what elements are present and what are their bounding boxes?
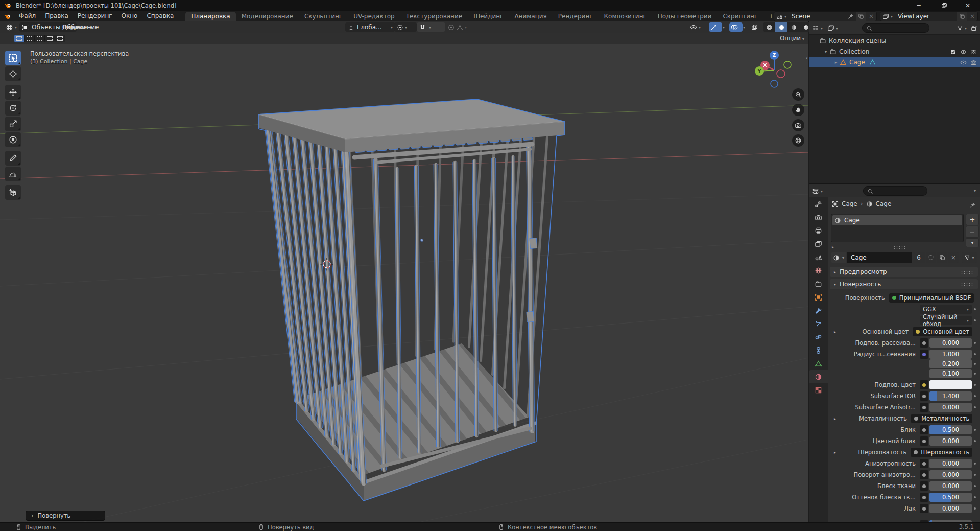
workspace-tab-Скриптинг[interactable]: Скриптинг [717,12,763,21]
remove-slot-button[interactable]: − [966,226,979,238]
value-slider[interactable]: 0.000 [929,459,972,468]
hide-render-toggle[interactable] [970,59,977,66]
expand-arrow[interactable]: ▸ [834,417,836,421]
properties-tab-modifiers[interactable] [809,304,828,317]
value-slider[interactable]: 0.000 [929,470,972,479]
animate-decorator[interactable] [972,353,978,355]
value-slider[interactable]: 0.100 [929,369,972,378]
panel-preview[interactable]: ▸Предпросмотр [830,267,978,277]
node-link-button[interactable]: Принципиальный BSDF [889,293,974,303]
animate-decorator[interactable] [972,496,978,498]
outliner-row-Коллекция сцены[interactable]: Коллекция сцены [809,35,980,46]
remove-viewlayer-button[interactable]: × [967,12,977,21]
restore-button[interactable] [934,0,954,11]
select-mode-1[interactable] [25,35,35,42]
node-link-button[interactable]: Шероховатость [911,448,972,457]
transform-orientation-selector[interactable]: Глоба... ▾ [345,22,395,32]
tool-measure[interactable] [5,167,21,181]
cage-object[interactable] [258,99,584,522]
gizmo-axis-neg[interactable] [777,70,785,78]
expand-arrow[interactable]: ▸ [834,450,836,455]
add-slot-button[interactable]: + [966,214,979,225]
animate-decorator[interactable] [972,319,978,321]
hide-viewport-toggle[interactable] [960,59,967,66]
animate-decorator[interactable] [972,429,978,431]
workspace-tab-Моделирование[interactable]: Моделирование [236,12,299,21]
value-slider[interactable]: 1.400 [929,391,972,401]
menu-Рендеринг[interactable]: Рендеринг [73,11,117,21]
panel-grip[interactable] [961,270,974,274]
properties-tab-texture[interactable] [809,383,828,397]
workspace-tab-Шейдинг[interactable]: Шейдинг [468,12,509,21]
perspective-toggle-button[interactable] [792,134,804,147]
properties-header-dropdown[interactable]: ▾ [974,189,976,193]
gizmos-dropdown-arrow[interactable]: ▾ [723,25,725,30]
workspace-tab-Ноды геометрии[interactable]: Ноды геометрии [652,12,718,21]
tool-scale[interactable] [5,117,21,131]
tool-add-cube[interactable] [5,185,21,200]
properties-tab-collection[interactable] [809,277,828,290]
viewport-3d-scene[interactable] [0,44,808,522]
shading-material-button[interactable] [787,22,800,32]
hide-render-toggle[interactable] [970,48,977,55]
camera-view-button[interactable] [792,119,804,131]
properties-tab-constraints[interactable] [809,343,828,357]
value-slider[interactable]: 0.200 [929,359,972,368]
panel-grip[interactable] [961,283,974,286]
nodetree-filter-button[interactable]: ▾ [962,252,977,263]
breadcrumb-material[interactable]: Cage [876,200,892,207]
tool-cursor[interactable] [5,66,21,81]
viewlayer-icon[interactable]: ▾ [880,12,895,21]
shading-wireframe-button[interactable] [763,22,775,32]
tool-annotate[interactable] [5,151,21,166]
properties-tab-material[interactable] [809,370,828,383]
zoom-button[interactable] [792,88,804,101]
scene-selector[interactable]: ▾ Scene × [774,11,877,21]
workspace-tab-Рендеринг[interactable]: Рендеринг [553,12,599,21]
value-slider[interactable]: 0.000 [929,504,972,513]
properties-tab-object[interactable] [809,290,828,304]
tool-move[interactable] [5,85,21,100]
outliner-editor-type-button[interactable]: ▾ [812,24,823,32]
tool-select-box[interactable] [5,51,21,65]
options-dropdown[interactable]: Опции▾ [780,33,804,44]
scene-name[interactable]: Scene [788,13,830,20]
browse-material-button[interactable]: ▾ [831,252,846,263]
animate-decorator[interactable] [972,406,978,408]
xray-toggle[interactable] [750,22,762,32]
disclosure-arrow[interactable]: ▾ [822,49,829,54]
fake-user-button[interactable] [926,252,936,263]
breadcrumb-object[interactable]: Cage [842,200,857,207]
animate-decorator[interactable] [972,440,978,442]
viewlayer-name[interactable]: ViewLayer [895,13,937,20]
tool-rotate[interactable] [5,101,21,116]
overlays-toggle[interactable] [729,22,743,32]
menu-Файл[interactable]: Файл [14,11,40,21]
value-slider[interactable]: 1.000 [929,350,972,359]
gizmos-toggle[interactable] [709,22,722,32]
animate-decorator[interactable] [972,395,978,397]
minimize-button[interactable]: ─ [909,0,929,11]
resize-grip[interactable] [893,245,906,249]
properties-tab-object-data[interactable] [809,357,828,370]
expand-arrow[interactable]: ▸ [834,330,836,334]
dropdown-GGX[interactable]: GGX▾ [920,305,972,314]
value-slider[interactable]: 0.500 [929,425,972,434]
hide-checkbox[interactable] [950,48,957,55]
value-slider[interactable]: 0.000 [929,436,972,446]
properties-tab-render[interactable] [809,211,828,224]
properties-tab-output[interactable] [809,224,828,237]
material-slot-list[interactable]: Cage [831,214,964,242]
value-slider[interactable]: 0.500 [929,493,972,502]
viewport-menu-Объект[interactable]: Объект [57,21,91,33]
workspace-tab-Планировка[interactable]: Планировка [185,12,235,21]
select-mode-0[interactable] [14,35,25,42]
outliner-display-mode-button[interactable]: ▾ [827,24,838,32]
menu-Справка[interactable]: Справка [142,11,178,21]
animate-decorator[interactable] [972,507,978,510]
animate-decorator[interactable] [972,363,978,365]
expand-arrow[interactable]: ▸ [832,245,834,249]
workspace-tab-Анимация[interactable]: Анимация [509,12,552,21]
value-slider[interactable]: 0.000 [929,403,972,412]
select-mode-4[interactable] [55,35,65,42]
